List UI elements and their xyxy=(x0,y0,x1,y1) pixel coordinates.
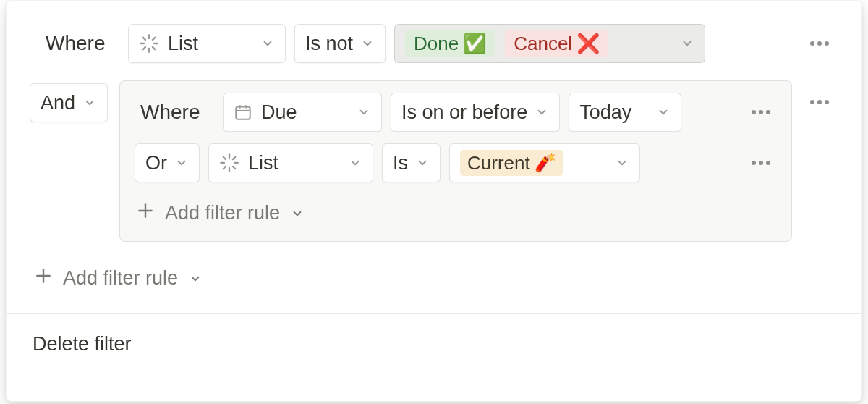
operator-select[interactable]: Is not xyxy=(294,24,386,63)
property-label: List xyxy=(248,152,278,174)
svg-point-26 xyxy=(752,161,756,165)
tag-label: Cancel xyxy=(514,33,572,55)
add-rule-label: Add filter rule xyxy=(165,202,280,224)
svg-line-3 xyxy=(153,47,155,49)
property-select[interactable]: List xyxy=(208,143,373,182)
svg-line-21 xyxy=(233,167,235,169)
property-label: Due xyxy=(261,101,297,124)
svg-point-16 xyxy=(759,110,763,114)
operator-label: Is on or before xyxy=(401,101,527,124)
spinner-icon xyxy=(219,153,239,173)
svg-line-25 xyxy=(233,157,235,159)
svg-point-9 xyxy=(817,41,822,46)
cross-icon: ❌ xyxy=(576,34,600,53)
svg-point-31 xyxy=(810,100,814,104)
value-label: Today xyxy=(579,101,631,124)
svg-point-15 xyxy=(752,110,756,114)
row-more-button[interactable] xyxy=(804,28,835,59)
svg-point-33 xyxy=(825,100,829,104)
property-select[interactable]: List xyxy=(128,24,286,63)
row-more-button[interactable] xyxy=(745,147,777,179)
plus-icon xyxy=(136,201,155,225)
value-select[interactable]: Today xyxy=(569,93,681,132)
filter-rule-row: Where List xyxy=(7,1,861,63)
svg-point-8 xyxy=(810,41,814,46)
svg-line-20 xyxy=(224,157,226,159)
property-select[interactable]: Due xyxy=(223,93,382,132)
tag-cancel: Cancel ❌ xyxy=(505,30,608,57)
svg-rect-11 xyxy=(236,106,250,119)
delete-filter-button[interactable]: Delete filter xyxy=(7,314,861,374)
svg-point-10 xyxy=(825,41,829,46)
chevron-down-icon xyxy=(360,37,375,50)
connector-select[interactable]: Or xyxy=(135,143,200,182)
chevron-down-icon xyxy=(680,37,694,50)
value-multiselect[interactable]: Done ✅ Cancel ❌ xyxy=(394,24,705,63)
tag-current: Current🧨 xyxy=(460,150,563,176)
svg-point-32 xyxy=(817,100,822,104)
svg-point-27 xyxy=(759,161,763,165)
svg-point-28 xyxy=(766,161,770,165)
chevron-down-icon xyxy=(290,207,305,220)
tag-label: Current xyxy=(467,152,530,174)
chevron-down-icon xyxy=(174,156,189,169)
add-filter-rule-button[interactable]: Add filter rule xyxy=(135,197,306,230)
svg-point-17 xyxy=(766,110,770,114)
connector-label: Where xyxy=(46,32,105,54)
svg-line-24 xyxy=(224,167,226,169)
operator-label: Is xyxy=(393,152,408,174)
filter-rule-row: Or xyxy=(135,143,777,182)
filter-panel: Where List xyxy=(6,0,862,402)
chevron-down-icon xyxy=(82,96,97,109)
operator-select[interactable]: Is xyxy=(382,143,441,182)
chevron-down-icon xyxy=(348,156,362,169)
connector-label: Where xyxy=(140,101,200,123)
chevron-down-icon xyxy=(357,106,371,119)
property-label: List xyxy=(168,33,198,55)
group-more-button[interactable] xyxy=(804,86,835,118)
rule-connector: Where xyxy=(40,32,119,55)
filter-group: Where xyxy=(119,80,792,242)
svg-line-2 xyxy=(143,38,145,40)
chevron-down-icon xyxy=(415,156,430,169)
add-rule-label: Add filter rule xyxy=(63,267,178,290)
chevron-down-icon xyxy=(535,106,549,119)
row-more-button[interactable] xyxy=(745,96,777,128)
tag-label: Done xyxy=(414,33,459,55)
svg-line-7 xyxy=(153,38,155,40)
delete-filter-label: Delete filter xyxy=(33,333,132,355)
connector-label: Or xyxy=(145,152,167,174)
plus-icon xyxy=(34,266,53,290)
connector-select[interactable]: And xyxy=(30,83,108,122)
checkmark-icon: ✅ xyxy=(463,34,486,53)
chevron-down-icon xyxy=(260,37,275,50)
connector-label: And xyxy=(41,92,75,114)
filter-rule-row: Where xyxy=(135,93,777,132)
chevron-down-icon xyxy=(188,272,203,285)
operator-label: Is not xyxy=(305,33,353,55)
operator-select[interactable]: Is on or before xyxy=(391,93,560,132)
svg-line-6 xyxy=(143,47,145,49)
filter-group-row: And Where xyxy=(7,63,861,242)
spinner-icon xyxy=(139,33,159,54)
calendar-icon xyxy=(234,103,252,122)
tag-done: Done ✅ xyxy=(405,30,495,57)
value-select[interactable]: Current🧨 xyxy=(449,143,640,182)
chevron-down-icon xyxy=(615,156,629,169)
chevron-down-icon xyxy=(656,106,671,119)
dynamite-icon: 🧨 xyxy=(535,154,556,172)
add-filter-rule-button[interactable]: Add filter rule xyxy=(33,262,204,295)
